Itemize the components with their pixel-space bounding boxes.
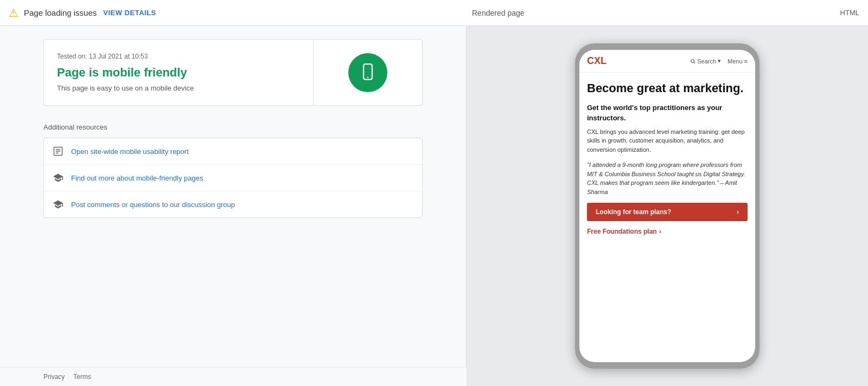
result-card-content: Tested on: 13 Jul 2021 at 10:53 Page is … bbox=[44, 40, 314, 105]
result-card-icon bbox=[314, 40, 422, 105]
warning-icon: ⚠ bbox=[9, 7, 18, 20]
resource-text-2: Find out more about mobile-friendly page… bbox=[71, 174, 203, 182]
svg-point-6 bbox=[691, 59, 694, 62]
svg-line-7 bbox=[694, 62, 695, 63]
resource-item-1[interactable]: Open site-wide mobile usability report bbox=[44, 138, 422, 165]
cxl-menu[interactable]: Menu ≡ bbox=[727, 58, 748, 65]
terms-link[interactable]: Terms bbox=[73, 373, 91, 381]
additional-resources-title: Additional resources bbox=[43, 123, 423, 131]
mobile-svg bbox=[358, 62, 378, 83]
page-loading-title: Page loading issues bbox=[24, 8, 97, 17]
svg-point-1 bbox=[367, 76, 369, 78]
cxl-quote: "I attended a 9-month long program where… bbox=[587, 160, 748, 196]
phone-mockup: CXL Search ▾ Menu ≡ Become great at mark… bbox=[575, 43, 760, 369]
privacy-link[interactable]: Privacy bbox=[43, 373, 65, 381]
tested-on-label: Tested on: 13 Jul 2021 at 10:53 bbox=[57, 53, 300, 60]
resource-text-1: Open site-wide mobile usability report bbox=[71, 147, 189, 156]
cxl-nav: CXL Search ▾ Menu ≡ bbox=[579, 50, 755, 73]
main-layout: Tested on: 13 Jul 2021 at 10:53 Page is … bbox=[0, 26, 868, 386]
rendered-page-label: Rendered page bbox=[472, 9, 525, 17]
cxl-content: Become great at marketing. Get the world… bbox=[579, 73, 755, 362]
cxl-free-plan-link[interactable]: Free Foundations plan › bbox=[587, 226, 748, 237]
left-panel: Tested on: 13 Jul 2021 at 10:53 Page is … bbox=[0, 26, 467, 386]
right-panel: CXL Search ▾ Menu ≡ Become great at mark… bbox=[467, 26, 868, 386]
cxl-cta-button[interactable]: Looking for team plans? › bbox=[587, 203, 748, 221]
resource-text-3: Post comments or questions to our discus… bbox=[71, 201, 235, 209]
cxl-body: CXL brings you advanced level marketing … bbox=[587, 127, 748, 155]
top-bar: ⚠ Page loading issues VIEW DETAILS Rende… bbox=[0, 0, 868, 26]
resource-item-2[interactable]: Find out more about mobile-friendly page… bbox=[44, 165, 422, 191]
group-icon bbox=[53, 199, 63, 210]
cxl-search[interactable]: Search ▾ bbox=[690, 57, 721, 65]
mobile-friendly-desc: This page is easy to use on a mobile dev… bbox=[57, 84, 300, 92]
cxl-logo: CXL bbox=[587, 55, 607, 67]
html-label: HTML bbox=[840, 9, 859, 17]
report-icon bbox=[53, 146, 63, 157]
footer: Privacy Terms bbox=[0, 367, 467, 386]
cxl-subhead: Get the world's top practitioners as you… bbox=[587, 103, 748, 123]
view-details-link[interactable]: VIEW DETAILS bbox=[103, 9, 156, 17]
resource-item-3[interactable]: Post comments or questions to our discus… bbox=[44, 191, 422, 217]
result-card: Tested on: 13 Jul 2021 at 10:53 Page is … bbox=[43, 39, 423, 106]
cxl-headline: Become great at marketing. bbox=[587, 81, 748, 95]
resources-list: Open site-wide mobile usability report F… bbox=[43, 138, 423, 218]
school-icon bbox=[53, 172, 63, 183]
phone-screen: CXL Search ▾ Menu ≡ Become great at mark… bbox=[579, 50, 755, 362]
mobile-friendly-title: Page is mobile friendly bbox=[57, 66, 300, 80]
mobile-friendly-icon bbox=[348, 53, 387, 92]
